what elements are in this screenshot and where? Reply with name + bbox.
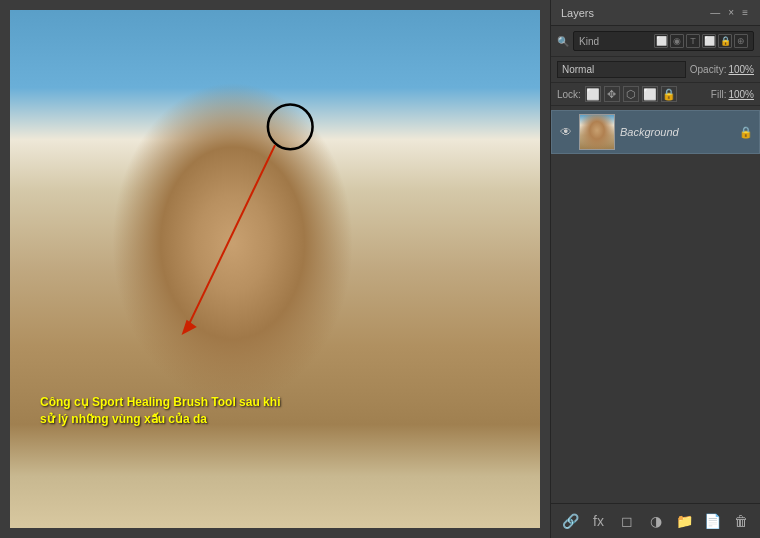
lock-row: Lock: ⬜ ✥ ⬡ ⬜ 🔒 Fill: 100% bbox=[551, 83, 760, 106]
footer-link-button[interactable]: 🔗 bbox=[559, 510, 581, 532]
panel-collapse-button[interactable]: — bbox=[708, 6, 722, 19]
lock-icon-pixels[interactable]: ⬜ bbox=[585, 86, 601, 102]
layer-thumb-image bbox=[580, 115, 614, 149]
search-kind-label[interactable]: Kind bbox=[579, 36, 651, 47]
layers-header: Layers — × ≡ bbox=[551, 0, 760, 26]
photo-background bbox=[10, 10, 540, 528]
search-filter-icons: ⬜ ◉ T ⬜ 🔒 ⊕ bbox=[654, 34, 748, 48]
filter-icon-4[interactable]: ⬜ bbox=[702, 34, 716, 48]
layer-item-background[interactable]: 👁 Background 🔒 bbox=[551, 110, 760, 154]
fill-wrap: Fill: 100% bbox=[711, 89, 754, 100]
photo-container: Công cụ Sport Healing Brush Tool sau khi… bbox=[10, 10, 540, 528]
footer-delete-button[interactable]: 🗑 bbox=[730, 510, 752, 532]
lock-icon-move[interactable]: ✥ bbox=[604, 86, 620, 102]
footer-adjustment-button[interactable]: ◑ bbox=[645, 510, 667, 532]
footer-new-layer-button[interactable]: 📄 bbox=[702, 510, 724, 532]
search-bar: 🔍 Kind ⬜ ◉ T ⬜ 🔒 ⊕ bbox=[551, 26, 760, 57]
blend-row: Normal Opacity: 100% bbox=[551, 57, 760, 83]
lock-icon-all[interactable]: 🔒 bbox=[661, 86, 677, 102]
layer-visibility-icon[interactable]: 👁 bbox=[558, 125, 574, 139]
opacity-wrap: Opacity: 100% bbox=[690, 64, 754, 75]
lock-icon-artboard[interactable]: ⬡ bbox=[623, 86, 639, 102]
filter-icon-2[interactable]: ◉ bbox=[670, 34, 684, 48]
layers-title: Layers bbox=[561, 7, 594, 19]
layer-name: Background bbox=[620, 126, 734, 138]
opacity-value[interactable]: 100% bbox=[728, 64, 754, 75]
search-icon: 🔍 bbox=[557, 36, 569, 47]
filter-icon-3[interactable]: T bbox=[686, 34, 700, 48]
blend-mode-select[interactable]: Normal bbox=[557, 61, 686, 78]
layers-footer: 🔗 fx ◻ ◑ 📁 📄 🗑 bbox=[551, 503, 760, 538]
lock-label: Lock: bbox=[557, 89, 581, 100]
opacity-label: Opacity: bbox=[690, 64, 727, 75]
filter-icon-5[interactable]: 🔒 bbox=[718, 34, 732, 48]
fill-label: Fill: bbox=[711, 89, 727, 100]
fill-value[interactable]: 100% bbox=[728, 89, 754, 100]
footer-mask-button[interactable]: ◻ bbox=[616, 510, 638, 532]
layer-lock-icon: 🔒 bbox=[739, 126, 753, 139]
panel-menu-button[interactable]: ≡ bbox=[740, 6, 750, 19]
layers-panel: Layers — × ≡ 🔍 Kind ⬜ ◉ T ⬜ 🔒 ⊕ Normal O… bbox=[550, 0, 760, 538]
lock-icons: ⬜ ✥ ⬡ ⬜ 🔒 bbox=[585, 86, 707, 102]
footer-new-group-button[interactable]: 📁 bbox=[673, 510, 695, 532]
annotation-text: Công cụ Sport Healing Brush Tool sau khi… bbox=[40, 394, 280, 428]
filter-icon-6[interactable]: ⊕ bbox=[734, 34, 748, 48]
layers-list: 👁 Background 🔒 bbox=[551, 106, 760, 503]
panel-close-button[interactable]: × bbox=[726, 6, 736, 19]
footer-fx-button[interactable]: fx bbox=[588, 510, 610, 532]
canvas-area: Công cụ Sport Healing Brush Tool sau khi… bbox=[0, 0, 550, 538]
search-input-wrap: Kind ⬜ ◉ T ⬜ 🔒 ⊕ bbox=[573, 31, 754, 51]
panel-controls: — × ≡ bbox=[708, 6, 750, 19]
filter-icon-1[interactable]: ⬜ bbox=[654, 34, 668, 48]
lock-icon-transparency[interactable]: ⬜ bbox=[642, 86, 658, 102]
layer-thumbnail bbox=[579, 114, 615, 150]
